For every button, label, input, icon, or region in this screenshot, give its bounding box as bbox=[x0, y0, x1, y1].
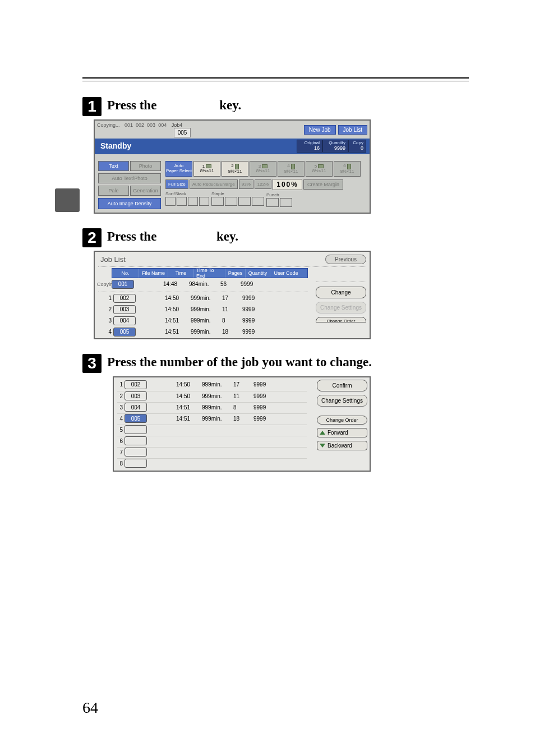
tray-4-size: 8½×11 bbox=[284, 169, 298, 174]
auto-image-density-button[interactable]: Auto Image Density bbox=[98, 198, 161, 209]
staple-opt-4[interactable] bbox=[252, 197, 264, 206]
r4-time: 14:51 bbox=[176, 414, 202, 423]
quantity-counter: Quantity9999 bbox=[322, 140, 348, 153]
generation-button[interactable]: Generation bbox=[130, 186, 161, 196]
r5-no[interactable] bbox=[124, 425, 147, 434]
pale-gen-seg: Pale Generation bbox=[98, 186, 161, 196]
col-quantity: Quantity bbox=[246, 269, 270, 278]
punch-opt-2[interactable] bbox=[280, 198, 292, 207]
row-3-qty: 9999 bbox=[242, 316, 267, 326]
change-order-button[interactable]: Change Order bbox=[316, 317, 366, 322]
table-row: 200314:50999min.119999 bbox=[117, 391, 307, 401]
jl2-actions: Confirm Change Settings Change Order For… bbox=[315, 377, 370, 471]
side-tab bbox=[55, 188, 80, 212]
full-size-button[interactable]: Full Size bbox=[165, 179, 188, 189]
r3-fn bbox=[147, 403, 176, 412]
row-2-tte: 999min. bbox=[191, 305, 222, 315]
auto-text-photo-button[interactable]: Auto Text/Photo bbox=[98, 173, 161, 183]
step-3: 3 Press the number of the job you want t… bbox=[82, 352, 469, 371]
row-1-no[interactable]: 002 bbox=[113, 294, 136, 303]
job-tab-002[interactable]: 002 bbox=[136, 122, 144, 128]
staple-opt-3[interactable] bbox=[238, 197, 251, 206]
create-margin-button[interactable]: Create Margin bbox=[303, 179, 343, 190]
new-job-button[interactable]: New Job bbox=[304, 125, 336, 135]
backward-button[interactable]: Backward bbox=[317, 441, 367, 450]
ratio-122-button[interactable]: 122% bbox=[255, 179, 271, 189]
r7-no[interactable] bbox=[124, 448, 147, 457]
staple-opt-2[interactable] bbox=[225, 197, 237, 206]
jl-header: Job List Previous bbox=[95, 252, 370, 265]
r4-no[interactable]: 005 bbox=[124, 414, 147, 423]
col-time: Time bbox=[168, 269, 194, 278]
r8-no[interactable] bbox=[124, 459, 147, 468]
r2-no[interactable]: 003 bbox=[124, 391, 147, 400]
job-tab-003[interactable]: 003 bbox=[147, 122, 155, 128]
row-3-tte: 999min. bbox=[191, 316, 222, 326]
punch-opt-1[interactable] bbox=[266, 198, 279, 207]
col-filename: File Name bbox=[139, 269, 168, 278]
r6-no[interactable] bbox=[124, 436, 147, 445]
table-row: 400514:51999min.189999 bbox=[97, 327, 308, 337]
jl-action-sep bbox=[316, 282, 366, 282]
table-row: 200314:50999min.119999 bbox=[97, 305, 308, 315]
photo-button[interactable]: Photo bbox=[130, 161, 161, 171]
change-settings-button-2[interactable]: Change Settings bbox=[317, 395, 367, 407]
change-order-button-2[interactable]: Change Order bbox=[317, 416, 367, 425]
text-button[interactable]: Text bbox=[98, 161, 129, 171]
row-4-no[interactable]: 005 bbox=[113, 328, 136, 336]
tray-6[interactable]: 68½×11 bbox=[334, 161, 361, 177]
previous-button[interactable]: Previous bbox=[325, 255, 366, 264]
job-list-screen-1: Job List Previous No. File Name Time Tim… bbox=[94, 251, 371, 339]
change-button[interactable]: Change bbox=[316, 287, 366, 298]
staple-opt-1[interactable] bbox=[211, 197, 224, 206]
auto-paper-select-button[interactable]: AutoPaper Select bbox=[165, 161, 192, 177]
row-3-no[interactable]: 004 bbox=[113, 316, 136, 325]
r3-no[interactable]: 004 bbox=[124, 403, 147, 412]
row-2-no[interactable]: 003 bbox=[113, 305, 136, 314]
forward-button[interactable]: Forward bbox=[317, 428, 367, 437]
auto-reduce-enlarge-button[interactable]: Auto Reduce/Enlarge bbox=[190, 179, 238, 189]
table-row-current: Copying... 001 14:48 984min. 56 9999 bbox=[97, 279, 308, 289]
tray-2[interactable]: 28½×11 bbox=[222, 161, 248, 177]
job-tab-001[interactable]: 001 bbox=[124, 122, 133, 128]
job-tab-new-label: Job4 bbox=[172, 122, 191, 128]
confirm-button[interactable]: Confirm bbox=[317, 380, 367, 391]
triangle-down-icon bbox=[320, 444, 325, 448]
pale-button[interactable]: Pale bbox=[98, 186, 129, 196]
step-3-text: Press the number of the job you want to … bbox=[107, 355, 372, 370]
sort-opt-1[interactable] bbox=[165, 197, 176, 206]
copy-value: 0 bbox=[351, 146, 363, 151]
r1-no[interactable]: 002 bbox=[124, 380, 147, 389]
tray-4[interactable]: 48½×11 bbox=[278, 161, 305, 177]
step-1: 1 Press the [New Job] key. bbox=[82, 95, 469, 114]
r4-idx: 4 bbox=[117, 416, 123, 422]
r1-fn bbox=[147, 380, 176, 390]
rule-bot bbox=[82, 81, 469, 81]
table-row: 300414:51999min.89999 bbox=[97, 316, 308, 326]
tray-5[interactable]: 58½×11 bbox=[306, 161, 333, 177]
step-2-post: key. bbox=[216, 229, 238, 243]
step-2: 2 Press the [Job List] key. bbox=[82, 226, 469, 245]
paper-icon bbox=[262, 164, 268, 168]
job-tab-new[interactable]: Job4 005 bbox=[172, 122, 191, 137]
change-settings-button[interactable]: Change Settings bbox=[316, 302, 366, 314]
sort-opt-4[interactable] bbox=[199, 197, 209, 206]
row-current-no[interactable]: 001 bbox=[112, 280, 134, 289]
scale-row: Full Size Auto Reduce/Enlarge 93% 122% 1… bbox=[165, 179, 366, 190]
sort-opt-3[interactable] bbox=[188, 197, 198, 206]
sort-opt-2[interactable] bbox=[177, 197, 187, 206]
job-tab-004[interactable]: 004 bbox=[158, 122, 167, 128]
row-4-qty: 9999 bbox=[242, 327, 267, 337]
tray-1-size: 8½×11 bbox=[200, 169, 214, 173]
tray-1[interactable]: 18½×11 bbox=[193, 161, 220, 177]
page-content: 1 Press the [New Job] key. Copying... 00… bbox=[0, 0, 535, 472]
step-1-text: Press the [New Job] key. bbox=[107, 98, 241, 113]
top-buttons: New Job Job List bbox=[304, 125, 367, 135]
ratio-93-button[interactable]: 93% bbox=[239, 179, 253, 189]
col-usercode: User Code bbox=[270, 269, 302, 278]
copy-body: Text Photo Auto Text/Photo Pale Generati… bbox=[95, 154, 370, 213]
tray-3[interactable]: 38½×11 bbox=[250, 161, 276, 177]
job-list-button[interactable]: Job List bbox=[338, 125, 367, 135]
table-row: 6 bbox=[117, 436, 307, 446]
r3-qt: 9999 bbox=[253, 403, 278, 412]
